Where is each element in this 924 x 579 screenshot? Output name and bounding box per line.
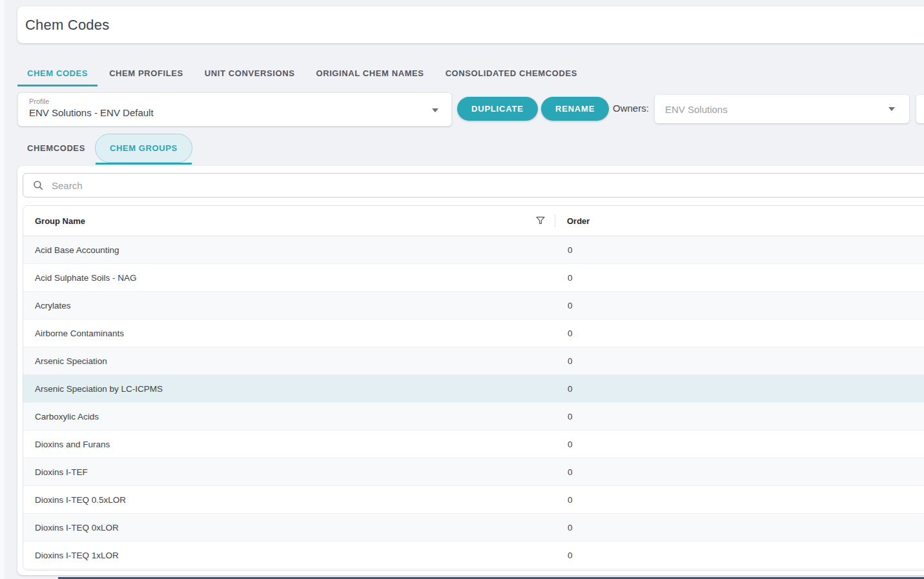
column-header-order[interactable]: Order	[567, 206, 590, 236]
group-name-cell: Dioxins I-TEQ 0xLOR	[35, 514, 119, 541]
main-tab-bar: CHEM CODES CHEM PROFILES UNIT CONVERSION…	[17, 61, 589, 85]
content-panel: Group Name Order Acid Base Accounting 0 …	[17, 166, 924, 575]
page-title: Chem Codes	[25, 17, 109, 34]
main-tab[interactable]: UNIT CONVERSIONS	[195, 61, 305, 86]
order-cell: 0	[568, 236, 573, 263]
duplicate-button[interactable]: DUPLICATE	[457, 97, 538, 121]
owners-select-value: ENV Solutions	[665, 104, 728, 115]
group-name-cell: Arsenic Speciation by LC-ICPMS	[35, 375, 163, 402]
table-row[interactable]: Carboxylic Acids 0	[23, 403, 924, 431]
group-name-cell: Dioxins I-TEF	[35, 458, 88, 485]
table-row[interactable]: Airborne Contaminants 0	[23, 320, 924, 347]
order-cell: 0	[568, 542, 573, 569]
main-tab-label: CHEM PROFILES	[109, 68, 183, 78]
table-row[interactable]: Acid Base Accounting 0	[23, 236, 924, 264]
owners-select[interactable]: ENV Solutions	[655, 95, 909, 123]
order-cell: 0	[568, 292, 573, 319]
rename-button[interactable]: RENAME	[541, 97, 609, 121]
main-tab[interactable]: CHEM CODES	[17, 61, 98, 86]
page-left-edge	[0, 0, 5, 579]
main-tab[interactable]: CHEM PROFILES	[99, 61, 193, 86]
main-tab-label: UNIT CONVERSIONS	[205, 68, 295, 78]
order-cell: 0	[568, 320, 573, 347]
main-tab-label: CHEM CODES	[27, 68, 88, 78]
order-cell: 0	[568, 347, 573, 374]
order-cell: 0	[568, 431, 573, 458]
group-name-cell: Arsenic Speciation	[35, 347, 107, 374]
search-input[interactable]	[50, 179, 924, 192]
filter-funnel-icon[interactable]	[535, 215, 546, 228]
table-header-row: Group Name Order	[23, 206, 924, 236]
group-name-cell: Acid Sulphate Soils - NAG	[35, 264, 137, 291]
order-cell: 0	[568, 403, 573, 430]
main-tab-label: ORIGINAL CHEM NAMES	[316, 68, 424, 78]
chevron-down-icon[interactable]	[888, 107, 895, 111]
main-tab[interactable]: CONSOLIDATED CHEMCODES	[436, 61, 587, 86]
column-divider	[555, 214, 555, 227]
view-tab-label: CHEMCODES	[27, 143, 85, 153]
group-name-cell: Carboxylic Acids	[35, 403, 99, 430]
order-cell: 0	[568, 375, 573, 402]
table-row[interactable]: Dioxins I-TEQ 1xLOR 0	[23, 542, 924, 569]
table-row[interactable]: Acid Sulphate Soils - NAG 0	[23, 264, 924, 292]
view-tab[interactable]: CHEM GROUPS	[95, 134, 192, 163]
order-cell: 0	[568, 458, 573, 485]
group-name-cell: Dioxins I-TEQ 1xLOR	[35, 542, 119, 569]
table-row[interactable]: Dioxins I-TEQ 0.5xLOR 0	[23, 486, 924, 514]
main-tab[interactable]: ORIGINAL CHEM NAMES	[306, 61, 433, 86]
table-row[interactable]: Dioxins I-TEF 0	[23, 458, 924, 486]
table-row[interactable]: Acrylates 0	[23, 292, 924, 320]
table-body: Acid Base Accounting 0 Acid Sulphate Soi…	[23, 236, 924, 569]
main-tab-label: CONSOLIDATED CHEMCODES	[446, 68, 577, 78]
table-row[interactable]: Dioxins I-TEQ 0xLOR 0	[23, 514, 924, 542]
group-name-cell: Dioxins I-TEQ 0.5xLOR	[35, 486, 126, 513]
column-header-group-name[interactable]: Group Name	[35, 206, 85, 236]
search-box[interactable]	[23, 173, 924, 198]
order-cell: 0	[568, 486, 573, 513]
order-cell: 0	[568, 514, 573, 541]
page-header: Chem Codes	[17, 6, 924, 43]
group-name-cell: Dioxins and Furans	[35, 431, 110, 458]
cut-off-control[interactable]	[916, 95, 924, 123]
table-row[interactable]: Arsenic Speciation 0	[23, 347, 924, 375]
table-row[interactable]: Dioxins and Furans 0	[23, 431, 924, 458]
group-name-cell: Airborne Contaminants	[35, 320, 124, 347]
profile-select[interactable]: Profile ENV Solutions - ENV Default	[17, 92, 452, 127]
view-tab[interactable]: CHEMCODES	[17, 134, 95, 163]
view-tab-bar: CHEMCODES CHEM GROUPS	[17, 133, 192, 163]
table-row[interactable]: Arsenic Speciation by LC-ICPMS 0	[23, 375, 924, 403]
search-icon	[32, 179, 44, 191]
chevron-down-icon[interactable]	[432, 108, 438, 112]
view-tab-label: CHEM GROUPS	[110, 143, 178, 153]
owners-label: Owners:	[613, 103, 649, 114]
profile-select-label: Profile	[29, 97, 49, 105]
profile-select-value: ENV Solutions - ENV Default	[29, 107, 154, 118]
chem-groups-table: Group Name Order Acid Base Accounting 0 …	[23, 205, 924, 571]
group-name-cell: Acrylates	[35, 292, 71, 319]
group-name-cell: Acid Base Accounting	[35, 236, 119, 263]
order-cell: 0	[568, 264, 573, 291]
